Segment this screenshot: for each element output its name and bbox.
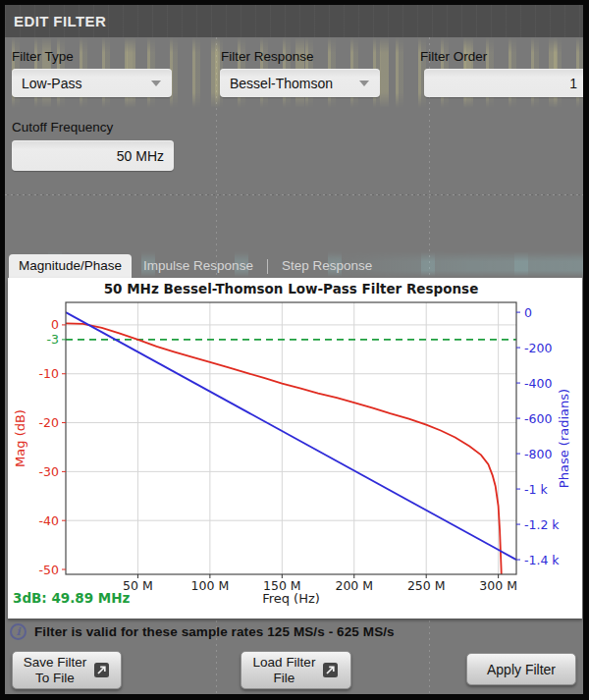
export-file-icon bbox=[93, 662, 110, 678]
sample-rate-info: i Filter is valid for these sample rates… bbox=[10, 623, 395, 640]
graticule-line bbox=[5, 194, 583, 195]
svg-text:200 M: 200 M bbox=[335, 578, 373, 593]
svg-text:-10: -10 bbox=[39, 366, 59, 381]
tab-step-response[interactable]: Step Response bbox=[270, 255, 384, 278]
svg-text:0: 0 bbox=[524, 305, 532, 320]
frame-border bbox=[583, 0, 589, 700]
x-axis-label: Freq (Hz) bbox=[262, 591, 320, 606]
export-file-icon bbox=[322, 662, 339, 678]
filter-type-label: Filter Type bbox=[12, 49, 74, 64]
load-filter-label-line2: File bbox=[274, 671, 295, 686]
tab-separator bbox=[267, 259, 268, 274]
cutoff-annotation: 3dB: 49.89 MHz bbox=[13, 590, 131, 606]
tab-magnitude-phase[interactable]: Magnitude/Phase bbox=[9, 254, 132, 278]
svg-text:-1.4 k: -1.4 k bbox=[524, 553, 560, 567]
svg-text:0: 0 bbox=[51, 317, 59, 332]
svg-text:-400: -400 bbox=[524, 376, 552, 391]
svg-text:-30: -30 bbox=[39, 464, 59, 479]
save-filter-label-line1: Save Filter bbox=[24, 655, 87, 671]
magnitude-phase-plot: 50 M100 M150 M200 M250 M300 M0-3-10-20-3… bbox=[8, 278, 582, 619]
filter-order-field[interactable]: 1 bbox=[424, 69, 587, 97]
load-filter-label-line1: Load Filter bbox=[253, 655, 316, 671]
filter-type-dropdown[interactable]: Low-Pass bbox=[12, 69, 172, 97]
chevron-down-icon bbox=[359, 81, 369, 86]
filter-response-value: Bessel-Thomson bbox=[230, 76, 333, 91]
response-view-tabs: Magnitude/Phase Impulse Response Step Re… bbox=[9, 256, 384, 278]
info-icon: i bbox=[10, 623, 27, 640]
filter-order-label: Filter Order bbox=[420, 49, 487, 64]
apply-filter-button[interactable]: Apply Filter bbox=[466, 653, 576, 685]
save-filter-label-line2: To File bbox=[35, 671, 75, 686]
info-text: Filter is valid for these sample rates 1… bbox=[34, 624, 395, 639]
save-filter-button[interactable]: Save Filter To File bbox=[12, 651, 122, 689]
svg-text:-1.2 k: -1.2 k bbox=[524, 517, 560, 532]
phase-axis-label: Phase (radians) bbox=[557, 389, 571, 488]
filter-order-value: 1 bbox=[569, 76, 577, 91]
filter-response-chart: 50 M100 M150 M200 M250 M300 M0-3-10-20-3… bbox=[8, 278, 582, 619]
svg-text:-600: -600 bbox=[524, 411, 552, 426]
svg-text:-1 k: -1 k bbox=[524, 482, 548, 497]
filter-response-dropdown[interactable]: Bessel-Thomson bbox=[220, 69, 380, 97]
frame-border bbox=[0, 0, 5, 700]
mag-axis-label: Mag (dB) bbox=[13, 409, 27, 467]
frame-border bbox=[0, 0, 589, 5]
svg-text:-200: -200 bbox=[524, 341, 552, 355]
filter-response-label: Filter Response bbox=[221, 49, 314, 64]
cutoff-frequency-value: 50 MHz bbox=[117, 148, 164, 164]
edit-filter-dialog: EDIT FILTER ? Filter Type Filter Respons… bbox=[0, 0, 589, 700]
load-filter-button[interactable]: Load Filter File bbox=[241, 651, 351, 689]
apply-filter-label: Apply Filter bbox=[487, 662, 556, 677]
dialog-title: EDIT FILTER bbox=[14, 13, 106, 29]
cutoff-frequency-label: Cutoff Frequency bbox=[12, 120, 113, 135]
svg-text:-50: -50 bbox=[39, 563, 59, 577]
chart-title: 50 MHz Bessel-Thomson Low-Pass Filter Re… bbox=[104, 281, 479, 296]
svg-text:300 M: 300 M bbox=[479, 578, 517, 593]
tab-impulse-response[interactable]: Impulse Response bbox=[132, 255, 265, 278]
filter-type-value: Low-Pass bbox=[22, 76, 81, 91]
title-bar: EDIT FILTER bbox=[5, 5, 583, 37]
series-phase bbox=[66, 312, 516, 560]
chevron-down-icon bbox=[151, 81, 161, 86]
svg-text:-800: -800 bbox=[524, 447, 552, 461]
svg-text:250 M: 250 M bbox=[407, 578, 446, 593]
svg-text:-20: -20 bbox=[39, 415, 59, 430]
frame-border bbox=[0, 694, 589, 700]
svg-text:-3: -3 bbox=[47, 332, 59, 347]
svg-text:100 M: 100 M bbox=[191, 578, 230, 593]
cutoff-frequency-field[interactable]: 50 MHz bbox=[12, 140, 174, 171]
series-magnitude bbox=[66, 323, 503, 599]
svg-text:-40: -40 bbox=[39, 513, 59, 528]
